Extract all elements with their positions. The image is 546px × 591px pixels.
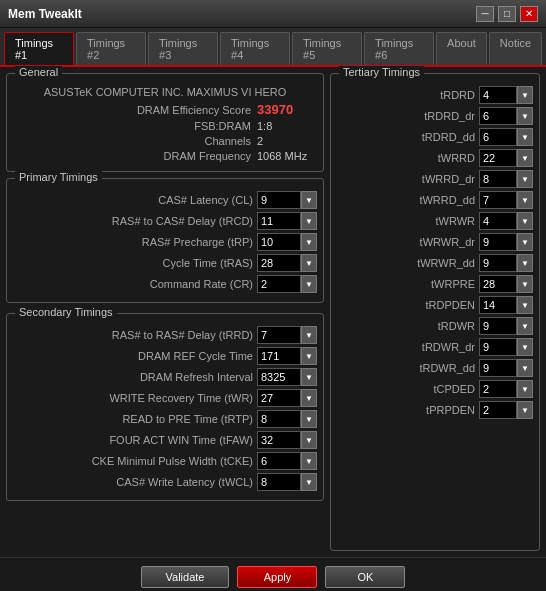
tab-about[interactable]: About [436, 32, 487, 65]
secondary-timing-dropdown-3[interactable]: ▼ [301, 389, 317, 407]
apply-button[interactable]: Apply [237, 566, 317, 588]
tertiary-timing-input-12[interactable] [479, 338, 517, 356]
secondary-timing-input-5[interactable] [257, 431, 301, 449]
secondary-timings-title: Secondary Timings [15, 306, 117, 318]
tertiary-timing-label-12: tRDWR_dr [337, 341, 475, 353]
tertiary-timing-input-11[interactable] [479, 317, 517, 335]
secondary-timing-dropdown-6[interactable]: ▼ [301, 452, 317, 470]
tertiary-timings-group: Tertiary Timings tRDRD ▼ tRDRD_dr ▼ tRDR… [330, 73, 540, 551]
tab-notice[interactable]: Notice [489, 32, 542, 65]
secondary-timing-dropdown-1[interactable]: ▼ [301, 347, 317, 365]
secondary-timing-dropdown-5[interactable]: ▼ [301, 431, 317, 449]
secondary-timing-input-7[interactable] [257, 473, 301, 491]
tab-timings6[interactable]: Timings #6 [364, 32, 434, 65]
table-row: Cycle Time (tRAS) ▼ [13, 254, 317, 272]
table-row: tPRPDEN ▼ [337, 401, 533, 419]
secondary-timing-label-7: CAS# Write Latency (tWCL) [13, 476, 253, 488]
channels-value: 2 [257, 135, 317, 147]
tertiary-timing-dropdown-4[interactable]: ▼ [517, 170, 533, 188]
tertiary-timing-input-8[interactable] [479, 254, 517, 272]
secondary-timing-dropdown-7[interactable]: ▼ [301, 473, 317, 491]
secondary-timing-label-4: READ to PRE Time (tRTP) [13, 413, 253, 425]
tab-timings3[interactable]: Timings #3 [148, 32, 218, 65]
secondary-timing-dropdown-2[interactable]: ▼ [301, 368, 317, 386]
close-button[interactable]: ✕ [520, 6, 538, 22]
tertiary-timing-input-5[interactable] [479, 191, 517, 209]
tertiary-timing-dropdown-15[interactable]: ▼ [517, 401, 533, 419]
tertiary-timing-dropdown-1[interactable]: ▼ [517, 107, 533, 125]
tab-timings1[interactable]: Timings #1 [4, 32, 74, 65]
tertiary-timing-dropdown-10[interactable]: ▼ [517, 296, 533, 314]
secondary-timing-input-0[interactable] [257, 326, 301, 344]
tertiary-timing-input-1[interactable] [479, 107, 517, 125]
tertiary-timing-input-7[interactable] [479, 233, 517, 251]
secondary-timing-value-container-2: ▼ [257, 368, 317, 386]
secondary-timing-input-2[interactable] [257, 368, 301, 386]
table-row: Command Rate (CR) ▼ [13, 275, 317, 293]
title-bar: Mem TweakIt ─ □ ✕ [0, 0, 546, 28]
primary-timing-value-container-3: ▼ [257, 254, 317, 272]
secondary-timing-input-6[interactable] [257, 452, 301, 470]
tertiary-timing-dropdown-13[interactable]: ▼ [517, 359, 533, 377]
minimize-button[interactable]: ─ [476, 6, 494, 22]
tertiary-timing-dropdown-0[interactable]: ▼ [517, 86, 533, 104]
tertiary-timing-label-13: tRDWR_dd [337, 362, 475, 374]
tertiary-timing-dropdown-6[interactable]: ▼ [517, 212, 533, 230]
dram-freq-label: DRAM Frequency [164, 150, 251, 162]
tertiary-timing-dropdown-14[interactable]: ▼ [517, 380, 533, 398]
tertiary-timing-dropdown-3[interactable]: ▼ [517, 149, 533, 167]
ok-button[interactable]: OK [325, 566, 405, 588]
primary-timing-dropdown-4[interactable]: ▼ [301, 275, 317, 293]
tertiary-timing-input-13[interactable] [479, 359, 517, 377]
table-row: DRAM Refresh Interval ▼ [13, 368, 317, 386]
primary-timing-dropdown-0[interactable]: ▼ [301, 191, 317, 209]
tertiary-timing-dropdown-9[interactable]: ▼ [517, 275, 533, 293]
table-row: tRDWR ▼ [337, 317, 533, 335]
secondary-timing-input-1[interactable] [257, 347, 301, 365]
tertiary-timing-input-0[interactable] [479, 86, 517, 104]
secondary-timing-input-3[interactable] [257, 389, 301, 407]
primary-timing-label-1: RAS# to CAS# Delay (tRCD) [13, 215, 253, 227]
primary-timing-dropdown-1[interactable]: ▼ [301, 212, 317, 230]
table-row: tRDPDEN ▼ [337, 296, 533, 314]
tertiary-timing-input-3[interactable] [479, 149, 517, 167]
primary-timing-input-1[interactable] [257, 212, 301, 230]
primary-timing-label-0: CAS# Latency (CL) [13, 194, 253, 206]
secondary-timing-dropdown-0[interactable]: ▼ [301, 326, 317, 344]
table-row: tWRRD ▼ [337, 149, 533, 167]
table-row: CAS# Latency (CL) ▼ [13, 191, 317, 209]
maximize-button[interactable]: □ [498, 6, 516, 22]
tab-timings4[interactable]: Timings #4 [220, 32, 290, 65]
tab-timings2[interactable]: Timings #2 [76, 32, 146, 65]
tertiary-timing-input-15[interactable] [479, 401, 517, 419]
primary-timing-input-2[interactable] [257, 233, 301, 251]
tertiary-timing-input-4[interactable] [479, 170, 517, 188]
table-row: WRITE Recovery Time (tWR) ▼ [13, 389, 317, 407]
tertiary-timing-dropdown-7[interactable]: ▼ [517, 233, 533, 251]
tertiary-timing-input-9[interactable] [479, 275, 517, 293]
tertiary-timing-input-6[interactable] [479, 212, 517, 230]
secondary-timing-input-4[interactable] [257, 410, 301, 428]
tertiary-timing-dropdown-8[interactable]: ▼ [517, 254, 533, 272]
secondary-timing-label-0: RAS# to RAS# Delay (tRRD) [13, 329, 253, 341]
primary-timing-dropdown-2[interactable]: ▼ [301, 233, 317, 251]
window-controls: ─ □ ✕ [476, 6, 538, 22]
tertiary-timing-input-14[interactable] [479, 380, 517, 398]
channels-label: Channels [205, 135, 251, 147]
secondary-timing-label-2: DRAM Refresh Interval [13, 371, 253, 383]
tertiary-timing-input-10[interactable] [479, 296, 517, 314]
tertiary-timing-input-2[interactable] [479, 128, 517, 146]
tertiary-timing-dropdown-12[interactable]: ▼ [517, 338, 533, 356]
primary-timing-input-4[interactable] [257, 275, 301, 293]
tertiary-timing-label-8: tWRWR_dd [337, 257, 475, 269]
tertiary-timing-dropdown-2[interactable]: ▼ [517, 128, 533, 146]
tab-timings5[interactable]: Timings #5 [292, 32, 362, 65]
tertiary-timing-dropdown-11[interactable]: ▼ [517, 317, 533, 335]
tertiary-timing-dropdown-5[interactable]: ▼ [517, 191, 533, 209]
primary-timing-input-0[interactable] [257, 191, 301, 209]
secondary-timing-dropdown-4[interactable]: ▼ [301, 410, 317, 428]
primary-timing-dropdown-3[interactable]: ▼ [301, 254, 317, 272]
validate-button[interactable]: Validate [141, 566, 230, 588]
primary-timing-input-3[interactable] [257, 254, 301, 272]
dram-efficiency-row: DRAM Efficiency Score 33970 [13, 102, 317, 117]
